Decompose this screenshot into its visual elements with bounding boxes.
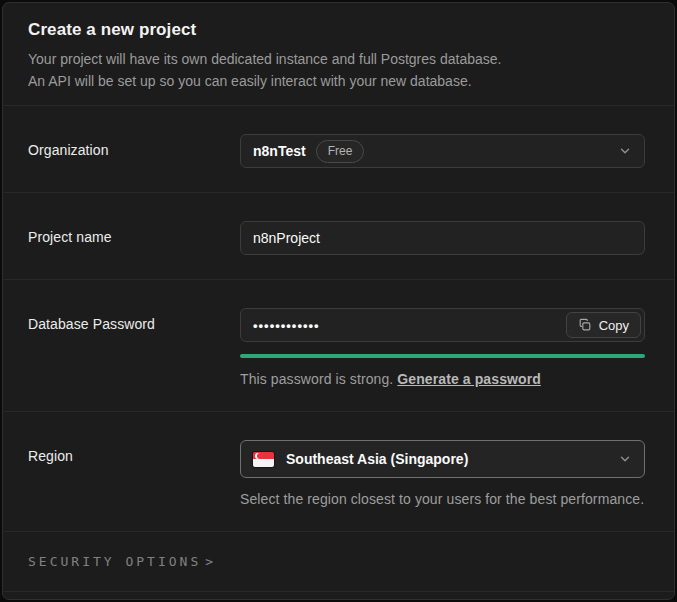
organization-value: n8nTest: [253, 143, 306, 159]
organization-row: Organization n8nTest Free: [3, 106, 674, 193]
organization-plan-badge: Free: [316, 140, 365, 163]
dialog-description-line2: An API will be set up so you can easily …: [28, 70, 649, 92]
region-label: Region: [28, 440, 240, 507]
password-strength-text: This password is strong.: [240, 371, 397, 387]
dialog-title: Create a new project: [28, 20, 649, 40]
copy-password-button[interactable]: Copy: [566, 312, 641, 338]
region-select[interactable]: Southeast Asia (Singapore): [240, 440, 645, 478]
project-name-row: Project name: [3, 193, 674, 280]
copy-button-label: Copy: [599, 318, 629, 333]
password-strength-bar: [240, 354, 645, 358]
dialog-description-line1: Your project will have its own dedicated…: [28, 48, 649, 70]
generate-password-link[interactable]: Generate a password: [397, 371, 541, 387]
copy-icon: [578, 318, 592, 332]
singapore-flag-icon: [253, 452, 274, 467]
region-helper: Select the region closest to your users …: [240, 491, 645, 507]
dialog-header: Create a new project Your project will h…: [3, 3, 674, 106]
region-row: Region Southeast Asia (Singapore) Select…: [3, 412, 674, 532]
database-password-row: Database Password Copy This password is …: [3, 280, 674, 412]
chevron-down-icon: [618, 144, 632, 158]
organization-select[interactable]: n8nTest Free: [240, 134, 645, 168]
security-options-label: SECURITY OPTIONS: [28, 554, 201, 569]
project-name-label: Project name: [28, 221, 240, 255]
create-project-dialog: Create a new project Your project will h…: [2, 2, 675, 600]
advanced-configuration-toggle[interactable]: ADVANCED CONFIGURATION >: [3, 592, 674, 600]
database-password-label: Database Password: [28, 308, 240, 387]
region-value: Southeast Asia (Singapore): [286, 451, 468, 467]
password-strength-helper: This password is strong. Generate a pass…: [240, 371, 645, 387]
security-options-toggle[interactable]: SECURITY OPTIONS >: [3, 532, 674, 592]
chevron-down-icon: [618, 452, 632, 466]
chevron-right-icon: >: [205, 554, 213, 569]
project-name-input[interactable]: [240, 221, 645, 255]
organization-label: Organization: [28, 134, 240, 168]
